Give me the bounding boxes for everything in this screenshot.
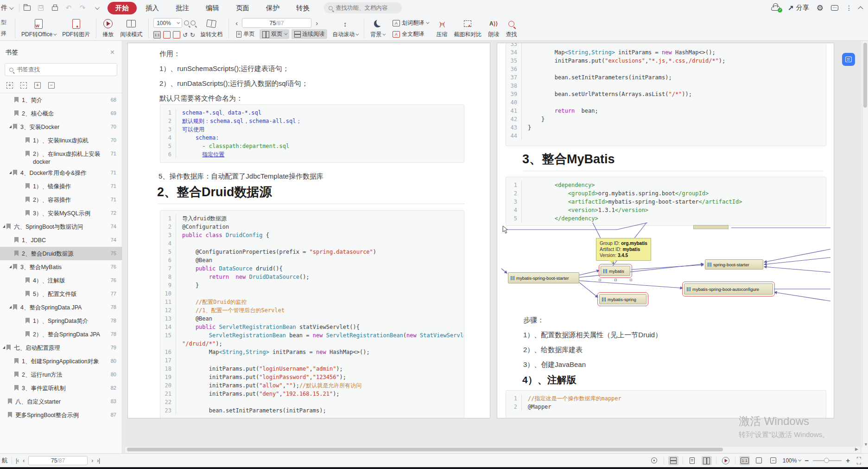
expand-all-button[interactable]: + xyxy=(6,82,13,89)
graph-node-mybatis-spring[interactable]: mybatis-spring xyxy=(599,294,646,304)
add-bookmark-button[interactable]: + xyxy=(34,82,41,89)
fit-page-button[interactable] xyxy=(163,31,171,39)
continuous-read-button[interactable]: 连续阅读 xyxy=(291,29,327,39)
double-page-toggle[interactable] xyxy=(702,456,712,465)
zoom-slider-knob[interactable] xyxy=(824,458,829,463)
compress-button[interactable]: )=( 压缩 xyxy=(433,16,450,40)
page-number-box[interactable]: 75/87 xyxy=(242,18,311,28)
bookmark-item[interactable]: 2、整合Druid数据源75 xyxy=(0,247,122,260)
bookmark-item[interactable]: 更多SpringBoot整合示例87 xyxy=(0,408,122,422)
zoom-slider[interactable] xyxy=(813,460,842,461)
auto-scroll-button[interactable]: ↕ 自动滚动 xyxy=(329,16,361,40)
open-file-button[interactable] xyxy=(22,3,32,13)
last-page-button[interactable]: ›| xyxy=(97,457,100,464)
bookmark-item[interactable]: 5）、配置文件版77 xyxy=(0,287,122,301)
zoom-select[interactable]: 100% xyxy=(153,18,182,28)
graph-node-mybatis-spring-boot-starter[interactable]: mybatis-spring-boot-starter xyxy=(508,272,579,283)
expand-caret-icon[interactable] xyxy=(3,225,5,228)
close-icon[interactable]: × xyxy=(110,50,114,55)
bookmark-item[interactable]: 1、JDBC74 xyxy=(0,233,122,247)
bookmark-item[interactable]: 1、创建SpringApplication对象80 xyxy=(0,354,122,368)
prev-page-button[interactable]: ‹ xyxy=(23,457,25,464)
feedback-button[interactable]: ⋯ xyxy=(831,5,838,11)
undo-button[interactable]: ↶ xyxy=(64,3,73,13)
bookmark-item[interactable]: 3、整合MyBatis76 xyxy=(0,260,122,274)
screenshot-compare-button[interactable]: 截图和对比 xyxy=(450,16,485,40)
read-aloud-button[interactable]: A⟩⟩ 朗读 xyxy=(485,16,502,40)
first-page-button[interactable]: |‹ xyxy=(16,457,19,464)
fit-width-button[interactable] xyxy=(173,31,180,39)
rotate-left-button[interactable]: ↺ xyxy=(183,32,188,39)
print-button[interactable] xyxy=(50,3,59,13)
scroll-right-icon[interactable]: ▶ xyxy=(855,447,858,451)
collapse-ribbon-button[interactable] xyxy=(858,6,863,11)
collapse-all-button[interactable]: − xyxy=(20,82,27,89)
eye-protect-button[interactable] xyxy=(649,456,659,465)
bookmark-item[interactable]: 1）、安装linux虚拟机70 xyxy=(0,134,122,147)
menu-tab-批注[interactable]: 批注 xyxy=(168,2,197,14)
bookmark-item[interactable]: 4、整合SpringData JPA78 xyxy=(0,301,122,314)
pdf-to-office-button[interactable]: PDF转Office xyxy=(18,16,59,40)
selection-handle[interactable] xyxy=(615,279,617,281)
fit-page-toggle[interactable] xyxy=(754,456,764,465)
background-button[interactable]: 背景 xyxy=(367,16,388,40)
horizontal-scrollbar[interactable]: ▶ xyxy=(125,447,860,453)
graph-node-spring-boot-starter[interactable]: spring-boot-starter xyxy=(705,259,763,270)
bookmark-item[interactable]: 3）、安装MySQL示例72 xyxy=(0,206,122,220)
file-menu[interactable]: 件 xyxy=(0,4,16,12)
next-page-button[interactable]: › xyxy=(314,19,320,27)
vertical-scroll-thumb[interactable] xyxy=(863,43,867,108)
status-page-box[interactable]: 75/87 xyxy=(28,456,88,465)
fit-width-toggle[interactable] xyxy=(768,456,779,465)
selection-handle[interactable] xyxy=(630,279,632,281)
expand-caret-icon[interactable] xyxy=(3,346,5,349)
menu-tab-转换[interactable]: 转换 xyxy=(288,2,317,14)
zoom-in-icon[interactable] xyxy=(190,20,196,26)
fullscreen-button[interactable] xyxy=(854,456,864,465)
bookmark-item[interactable]: 3、安装Docker70 xyxy=(0,120,122,134)
find-button[interactable]: 查找 xyxy=(502,16,520,40)
pdf-to-image-button[interactable]: PDF转图片 xyxy=(59,16,93,40)
play-button[interactable]: 播放 xyxy=(99,16,117,40)
more-menu-button[interactable]: ⋮ xyxy=(846,4,852,12)
horizontal-scroll-thumb[interactable] xyxy=(127,448,723,451)
bookmark-item[interactable]: 2）、容器操作71 xyxy=(0,193,122,206)
next-page-button[interactable]: › xyxy=(91,457,93,464)
bookmark-search[interactable] xyxy=(5,63,117,76)
cloud-sync-icon[interactable] xyxy=(771,6,780,11)
menu-tab-页面[interactable]: 页面 xyxy=(228,2,257,14)
bookmark-item[interactable]: 1、简介68 xyxy=(0,93,122,107)
word-translate-button[interactable]: A划词翻译 xyxy=(390,18,431,28)
graph-node-mybatis-spring-boot-autoconfigure[interactable]: mybatis-spring-boot-autoconfigure xyxy=(684,283,773,295)
bookmark-item[interactable]: 七、启动配置原理79 xyxy=(0,341,122,354)
single-page-button[interactable]: 单页 xyxy=(234,29,257,39)
bookmark-item[interactable]: 1）、镜像操作71 xyxy=(0,180,122,193)
expand-caret-icon[interactable] xyxy=(9,265,12,268)
bookmark-item[interactable]: 2、核心概念69 xyxy=(0,107,122,120)
zoom-out-icon[interactable] xyxy=(184,20,189,26)
bookmark-item[interactable]: 2）、整合SpringData JPA78 xyxy=(0,328,122,341)
bookmark-item[interactable]: 八、自定义starter83 xyxy=(0,395,122,408)
full-translate-button[interactable]: A全文翻译 xyxy=(390,29,431,39)
continuous-read-toggle[interactable] xyxy=(668,456,678,465)
selection-handle[interactable] xyxy=(599,279,601,281)
delete-bookmark-button[interactable]: − xyxy=(48,82,55,89)
actual-size-toggle[interactable]: 1:1 xyxy=(740,456,750,465)
vertical-scrollbar[interactable]: ▼ xyxy=(862,41,868,448)
rotate-right-button[interactable]: ↻ xyxy=(190,32,195,39)
redo-button[interactable]: ↷ xyxy=(78,3,87,13)
read-mode-button[interactable]: 阅读模式 xyxy=(117,16,146,40)
more-commands-button[interactable] xyxy=(92,3,101,13)
bookmark-item[interactable]: 3、事件监听机制82 xyxy=(0,381,122,395)
bookmark-item[interactable]: 2）、在linux虚拟机上安装docker71 xyxy=(0,147,122,166)
graph-node-mybatis[interactable]: mybatis xyxy=(601,266,630,276)
hand-tool-clipped[interactable]: 型 xyxy=(1,19,6,26)
scroll-down-icon[interactable]: ▼ xyxy=(864,442,868,447)
zoom-in-button[interactable]: + xyxy=(846,456,850,464)
zoom-level-select[interactable]: 100% xyxy=(783,457,801,464)
expand-caret-icon[interactable] xyxy=(9,125,12,128)
menu-tab-编辑[interactable]: 编辑 xyxy=(198,2,227,14)
search-input[interactable] xyxy=(336,5,396,11)
menu-tab-插入[interactable]: 插入 xyxy=(138,2,167,14)
actual-size-button[interactable]: 1:1 xyxy=(153,31,161,39)
